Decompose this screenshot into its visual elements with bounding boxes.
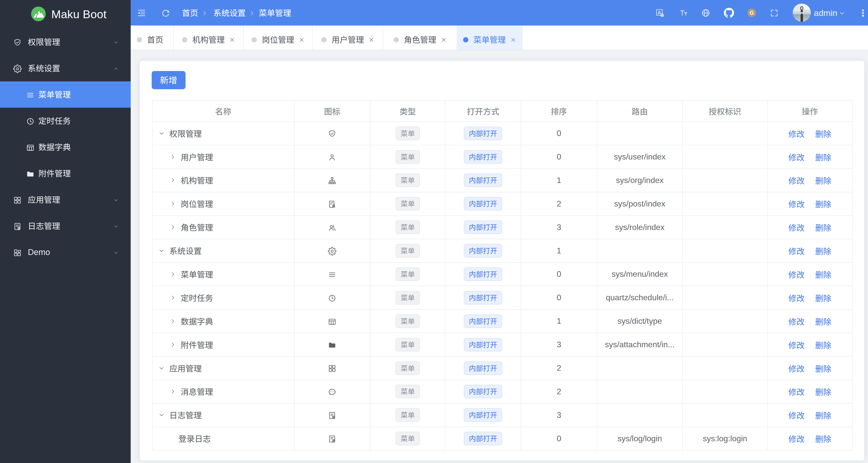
svg-text:G: G bbox=[750, 9, 754, 16]
